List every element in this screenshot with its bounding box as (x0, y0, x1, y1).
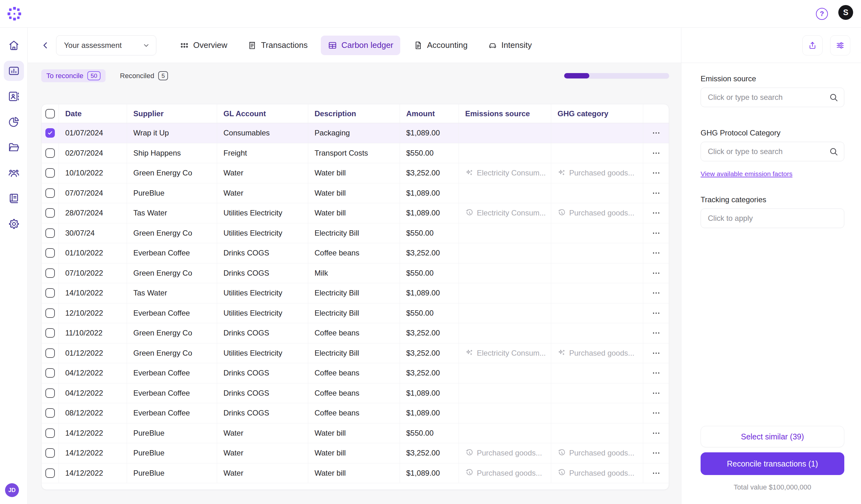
row-checkbox[interactable] (45, 288, 55, 298)
row-checkbox[interactable] (45, 388, 55, 398)
export-button[interactable] (802, 35, 822, 55)
select-all-checkbox[interactable] (45, 109, 55, 118)
user-avatar[interactable]: JD (5, 483, 19, 497)
row-menu-button[interactable] (643, 263, 669, 283)
cell-amount: $3,252.00 (400, 243, 459, 263)
row-checkbox[interactable] (45, 448, 55, 458)
row-menu-button[interactable] (643, 463, 669, 484)
row-checkbox[interactable] (45, 408, 55, 418)
row-menu-button[interactable] (643, 143, 669, 164)
cell-supplier: PureBlue (127, 423, 217, 444)
row-checkbox[interactable] (45, 429, 55, 438)
row-checkbox[interactable] (45, 228, 55, 238)
suggestion-chip[interactable]: Purchased goods... (558, 169, 634, 177)
row-menu-button[interactable] (643, 203, 669, 223)
row-menu-button[interactable] (643, 403, 669, 423)
sidebar-item-files[interactable] (4, 137, 24, 157)
row-checkbox[interactable] (45, 188, 55, 198)
row-menu-button[interactable] (643, 363, 669, 383)
sidebar-item-contacts[interactable] (4, 86, 24, 107)
sidebar-item-home[interactable] (4, 35, 24, 55)
row-checkbox[interactable] (45, 368, 55, 378)
tab-carbon-ledger[interactable]: Carbon ledger (321, 36, 400, 55)
org-avatar[interactable]: S (838, 5, 853, 20)
reconcile-transactions-button[interactable]: Reconcile transactions (1) (700, 452, 844, 475)
transactions-table: DateSupplierGL AccountDescriptionAmountE… (41, 104, 669, 490)
emission-source-search-input[interactable] (700, 87, 844, 107)
row-menu-button[interactable] (643, 423, 669, 444)
row-checkbox[interactable] (45, 148, 55, 158)
select-similar-button[interactable]: Select similar (39) (700, 426, 844, 447)
suggestion-chip[interactable]: Electricity Consum... (465, 209, 546, 218)
row-menu-button[interactable] (643, 223, 669, 243)
tab-label: Intensity (502, 40, 532, 50)
cell-ghg-category (551, 283, 643, 303)
row-menu-button[interactable] (643, 283, 669, 303)
document-icon (413, 41, 423, 50)
row-checkbox[interactable] (45, 468, 55, 478)
row-checkbox-cell (42, 163, 59, 183)
ghg-category-search-input[interactable] (700, 142, 844, 161)
view-emission-factors-link[interactable]: View available emission factors (700, 170, 792, 178)
sidebar-item-settings[interactable] (4, 214, 24, 234)
upload-icon (808, 41, 817, 50)
row-menu-button[interactable] (643, 123, 669, 143)
cell-date: 14/10/2022 (59, 283, 127, 303)
help-icon[interactable]: ? (816, 8, 828, 20)
table-row: 01/07/2024Wrap it UpConsumablesPackaging… (42, 123, 669, 143)
row-menu-button[interactable] (643, 243, 669, 263)
cell-gl-account: Drinks COGS (217, 363, 308, 383)
tab-accounting[interactable]: Accounting (407, 36, 475, 55)
back-button[interactable] (40, 39, 51, 52)
cell-emissions-source: Electricity Consum... (459, 163, 551, 183)
cell-ghg-category (551, 123, 643, 143)
row-menu-button[interactable] (643, 303, 669, 323)
row-checkbox[interactable] (45, 168, 55, 178)
suggestion-chip[interactable]: Purchased goods... (465, 449, 542, 457)
total-value-text: Total value $100,000,000 (700, 483, 844, 491)
suggestion-chip[interactable]: Purchased goods... (465, 469, 542, 478)
row-checkbox[interactable] (45, 268, 55, 278)
sidebar-item-ledger[interactable] (4, 188, 24, 209)
cell-date: 12/10/2022 (59, 303, 127, 323)
gear-icon (8, 218, 20, 230)
row-menu-button[interactable] (643, 344, 669, 364)
sidebar-item-analytics[interactable] (4, 61, 24, 81)
suggestion-chip[interactable]: Electricity Consum... (465, 349, 546, 358)
chevron-left-icon (41, 41, 50, 50)
tab-overview[interactable]: Overview (173, 36, 234, 55)
row-checkbox[interactable] (45, 208, 55, 218)
suggestion-chip[interactable]: Electricity Consum... (465, 169, 546, 177)
column-header: Date (59, 104, 127, 123)
row-checkbox[interactable] (45, 328, 55, 338)
cell-ghg-category (551, 423, 643, 444)
filter-settings-button[interactable] (830, 35, 850, 55)
row-menu-button[interactable] (643, 443, 669, 463)
suggestion-chip[interactable]: Purchased goods... (558, 349, 634, 358)
row-checkbox-cell (42, 383, 59, 404)
cell-description: Water bill (308, 463, 400, 484)
tab-intensity[interactable]: Intensity (481, 36, 539, 55)
row-checkbox[interactable] (45, 348, 55, 358)
tab-transactions[interactable]: Transactions (241, 36, 315, 55)
filter-to-reconcile[interactable]: To reconcile 50 (41, 69, 106, 82)
row-menu-button[interactable] (643, 383, 669, 404)
table-footer (42, 483, 669, 490)
sidebar-item-team[interactable] (4, 163, 24, 183)
sidebar-item-reports[interactable] (4, 112, 24, 132)
table-row: 12/10/2022Everbean CoffeeUtilities Elect… (42, 303, 669, 323)
suggestion-chip[interactable]: Purchased goods... (558, 209, 634, 218)
assessment-select[interactable]: Your assessment (56, 35, 156, 55)
row-checkbox[interactable] (45, 308, 55, 318)
suggestion-chip[interactable]: Purchased goods... (558, 469, 634, 478)
row-menu-button[interactable] (643, 183, 669, 204)
cell-gl-account: Water (217, 183, 308, 204)
tracking-categories-input[interactable] (700, 209, 844, 228)
row-checkbox[interactable] (45, 248, 55, 258)
suggestion-chip[interactable]: Purchased goods... (558, 449, 634, 457)
row-menu-button[interactable] (643, 323, 669, 344)
filter-reconciled[interactable]: Reconciled 5 (115, 69, 173, 82)
row-menu-button[interactable] (643, 163, 669, 183)
cell-supplier: Green Energy Co (127, 344, 217, 364)
row-checkbox[interactable] (45, 128, 55, 138)
